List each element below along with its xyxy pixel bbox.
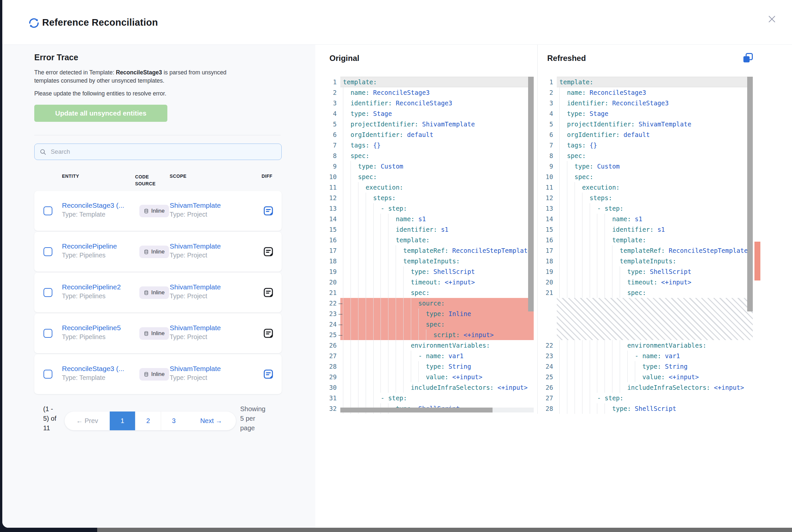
row-checkbox[interactable] [43, 329, 52, 338]
entity-link[interactable]: ReconcilePipeline5 [62, 324, 136, 332]
page-button-1[interactable]: 1 [110, 412, 135, 430]
code-line-text: - step: [557, 203, 753, 214]
line-number: 7 [541, 140, 556, 150]
line-number: 12 [325, 193, 339, 203]
diff-overview-removed-marker [754, 242, 760, 281]
line-number: 5 [325, 119, 339, 129]
line-number: 9 [325, 161, 339, 172]
scope-cell: ShivamTemplateType: Project [170, 283, 221, 300]
code-line: 26environmentVariables: [325, 340, 534, 350]
line-number: 20 [541, 277, 556, 287]
entity-type-label: Type: Pipelines [62, 333, 136, 341]
search-input[interactable] [50, 148, 277, 156]
row-checkbox[interactable] [43, 288, 52, 297]
code-line: 14name: s1 [325, 214, 534, 224]
line-number: 27 [541, 393, 556, 403]
code-line: 16template: [541, 235, 753, 245]
scope-link[interactable]: ShivamTemplate [170, 283, 221, 291]
code-line-text: - name: var1 [340, 350, 534, 361]
refreshed-vertical-scrollbar[interactable] [747, 77, 753, 311]
code-line: 2name: ReconcileStage3 [541, 87, 753, 98]
code-line-text: template: [557, 77, 753, 87]
code-source-badge: Inline [140, 368, 169, 381]
update-all-unsynced-entities-button[interactable]: Update all unsynced entities [34, 105, 167, 122]
table-row: ReconcileStage3 (...Type: TemplateInline… [34, 354, 282, 394]
line-number: 1 [325, 77, 339, 87]
entity-link[interactable]: ReconcilePipeline [62, 242, 136, 250]
original-horizontal-scrollbar-thumb[interactable] [340, 407, 493, 413]
copy-icon[interactable] [742, 52, 755, 65]
line-number: 19 [541, 266, 556, 277]
code-line: 7tags: {} [325, 140, 534, 150]
page-button-3[interactable]: 3 [161, 412, 186, 430]
line-number: 29 [325, 372, 339, 382]
line-number: 30 [325, 382, 339, 393]
code-line-text: tags: {} [340, 140, 534, 150]
code-source-label: Inline [151, 208, 165, 214]
scope-link[interactable]: ShivamTemplate [170, 202, 221, 209]
table-row: ReconcilePipeline5Type: PipelinesInlineS… [34, 314, 282, 353]
code-line-text: - step: [340, 203, 534, 214]
scope-cell: ShivamTemplateType: Project [170, 242, 221, 259]
code-line-text: type: ShellScript [557, 266, 753, 277]
error-description: The error detected in Template: Reconcil… [34, 69, 275, 85]
original-horizontal-scrollbar[interactable] [340, 407, 534, 413]
page-button-2[interactable]: 2 [135, 412, 161, 430]
diff-icon[interactable] [262, 327, 274, 339]
scope-link[interactable]: ShivamTemplate [170, 324, 221, 332]
table-row: ReconcilePipeline2Type: PipelinesInlineS… [34, 272, 282, 312]
column-header-diff: DIFF [262, 173, 273, 179]
line-number: 15 [541, 224, 556, 235]
code-line: 24–spec: [325, 319, 534, 329]
code-line-text: name: s1 [557, 214, 753, 224]
line-number: 24 [541, 361, 556, 372]
line-number: 23– [325, 308, 339, 319]
line-number: 2 [541, 87, 556, 98]
entity-link[interactable]: ReconcilePipeline2 [62, 283, 136, 291]
code-source-badge: Inline [140, 205, 169, 217]
code-line-text: type: String [557, 361, 753, 372]
code-source-badge: Inline [140, 246, 169, 258]
prev-page-button[interactable]: ← Prev [65, 412, 110, 430]
code-line-text: environmentVariables: [340, 340, 534, 350]
code-line-text: spec: [340, 150, 534, 161]
line-number: 10 [541, 172, 556, 182]
code-line: 4type: Stage [541, 108, 753, 119]
scope-link[interactable]: ShivamTemplate [170, 365, 221, 373]
diff-icon[interactable] [262, 205, 274, 216]
scope-link[interactable]: ShivamTemplate [170, 242, 221, 250]
line-number: 28 [541, 403, 556, 414]
code-line-text: includeInfraSelectors: <+input> [340, 382, 534, 393]
code-line: 10spec: [325, 172, 534, 182]
close-icon[interactable] [765, 13, 778, 26]
diff-icon[interactable] [262, 368, 274, 380]
entity-link[interactable]: ReconcileStage3 (... [62, 365, 136, 373]
entity-link[interactable]: ReconcileStage3 (... [62, 202, 136, 209]
code-line-text: orgIdentifier: default [557, 129, 753, 140]
row-checkbox[interactable] [43, 247, 52, 256]
code-line: 9type: Custom [541, 161, 753, 172]
entity-cell: ReconcilePipelineType: Pipelines [62, 242, 136, 259]
line-number: 8 [325, 150, 339, 161]
line-number: 3 [325, 98, 339, 108]
code-source-badge: Inline [140, 327, 169, 340]
code-line-text: timeout: <+input> [557, 277, 753, 287]
next-page-button[interactable]: Next → [186, 412, 236, 430]
code-line-text: - step: [340, 393, 534, 403]
row-checkbox[interactable] [43, 370, 52, 379]
original-vertical-scrollbar[interactable] [528, 77, 534, 311]
code-source-label: Inline [151, 330, 165, 337]
code-line-text: templateRef: ReconcileStepTemplate [340, 245, 534, 256]
code-line-text: identifier: ReconcileStage3 [557, 98, 753, 108]
line-number: 19 [325, 266, 339, 277]
taskbar-strip [97, 528, 792, 532]
code-line: 6orgIdentifier: default [541, 129, 753, 140]
code-line-text: timeout: <+input> [340, 277, 534, 287]
code-line: 5projectIdentifier: ShivamTemplate [325, 119, 534, 129]
row-checkbox[interactable] [43, 206, 52, 215]
pagination-range: (1 - 5) of 11 [43, 404, 56, 433]
code-line: 15identifier: s1 [541, 224, 753, 235]
diff-icon[interactable] [262, 287, 274, 298]
code-line: 10spec: [541, 172, 753, 182]
diff-icon[interactable] [262, 246, 274, 258]
